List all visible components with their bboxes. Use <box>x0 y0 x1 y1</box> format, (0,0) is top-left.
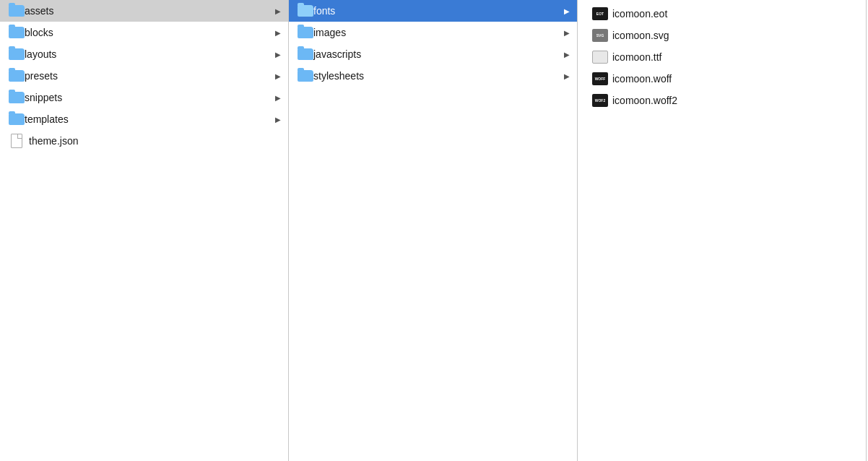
file-icon <box>9 134 25 147</box>
folder-icon <box>9 113 25 125</box>
list-item[interactable]: presets ▶ <box>0 65 288 87</box>
list-item[interactable]: theme.json <box>0 130 288 152</box>
item-name: icomoon.svg <box>612 30 859 41</box>
woff-file-icon: WOFF <box>592 72 608 85</box>
folder-icon <box>298 5 313 17</box>
list-item[interactable]: WOFF icomoon.woff <box>578 68 866 90</box>
woff2-file-icon: WOF2 <box>592 94 608 107</box>
folder-icon <box>9 92 25 103</box>
chevron-icon: ▶ <box>564 72 570 80</box>
item-name: blocks <box>25 27 275 38</box>
column-1: assets ▶ blocks ▶ layouts ▶ presets ▶ sn… <box>0 0 289 461</box>
item-name: javascripts <box>313 48 564 60</box>
chevron-icon: ▶ <box>275 51 281 59</box>
folder-icon <box>9 70 25 82</box>
folder-icon <box>9 27 25 38</box>
eot-file-icon: EOT <box>592 7 608 20</box>
file-icon: WOF2 <box>592 94 608 107</box>
list-item[interactable]: images ▶ <box>289 22 577 43</box>
item-name: theme.json <box>29 135 281 147</box>
item-name: fonts <box>313 5 564 17</box>
chevron-icon: ▶ <box>275 72 281 80</box>
column-3: EOT icomoon.eot SVG icomoon.svg icomoon.… <box>578 0 867 461</box>
folder-icon <box>298 48 313 60</box>
chevron-icon: ▶ <box>275 7 281 15</box>
item-name: icomoon.woff <box>612 73 859 85</box>
item-name: icomoon.eot <box>612 8 859 20</box>
item-name: layouts <box>25 48 275 60</box>
svg-file-icon: SVG <box>592 29 608 42</box>
chevron-icon: ▶ <box>275 94 281 102</box>
file-icon: EOT <box>592 7 608 20</box>
list-item[interactable]: blocks ▶ <box>0 22 288 43</box>
file-icon: SVG <box>592 29 608 42</box>
list-item[interactable]: WOF2 icomoon.woff2 <box>578 90 866 111</box>
doc-icon <box>11 134 22 148</box>
column-2: fonts ▶ images ▶ javascripts ▶ styleshee… <box>289 0 578 461</box>
list-item[interactable]: assets ▶ <box>0 0 288 22</box>
folder-icon <box>298 70 313 82</box>
folder-icon <box>9 5 25 17</box>
chevron-icon: ▶ <box>275 116 281 124</box>
item-name: snippets <box>25 92 275 103</box>
chevron-icon: ▶ <box>564 51 570 59</box>
list-item[interactable]: stylesheets ▶ <box>289 65 577 87</box>
item-name: icomoon.ttf <box>612 51 859 63</box>
item-name: templates <box>25 113 275 125</box>
list-item[interactable]: layouts ▶ <box>0 43 288 65</box>
list-item[interactable]: SVG icomoon.svg <box>578 25 866 46</box>
ttf-file-icon <box>592 51 608 64</box>
folder-icon <box>298 27 313 38</box>
list-item[interactable]: snippets ▶ <box>0 87 288 108</box>
file-icon <box>592 51 608 64</box>
item-name: images <box>313 27 564 38</box>
list-item[interactable]: javascripts ▶ <box>289 43 577 65</box>
chevron-icon: ▶ <box>564 7 570 15</box>
chevron-icon: ▶ <box>564 29 570 37</box>
list-item[interactable]: icomoon.ttf <box>578 46 866 68</box>
chevron-icon: ▶ <box>275 29 281 37</box>
list-item[interactable]: templates ▶ <box>0 108 288 130</box>
list-item[interactable]: fonts ▶ <box>289 0 577 22</box>
folder-icon <box>9 48 25 60</box>
item-name: icomoon.woff2 <box>612 95 859 106</box>
item-name: stylesheets <box>313 70 564 82</box>
item-name: presets <box>25 70 275 82</box>
item-name: assets <box>25 5 275 17</box>
list-item[interactable]: EOT icomoon.eot <box>578 3 866 25</box>
file-icon: WOFF <box>592 72 608 85</box>
